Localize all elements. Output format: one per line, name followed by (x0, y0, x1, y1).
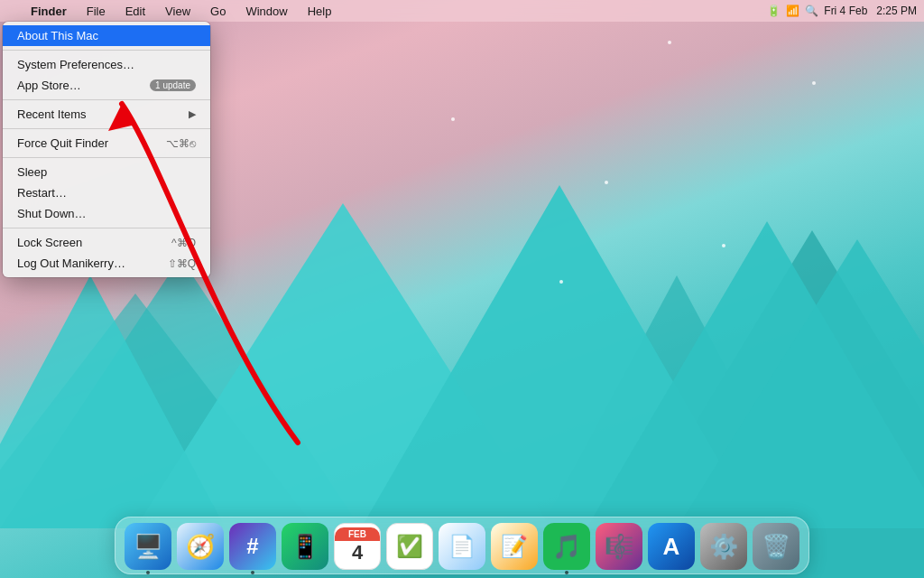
sparkle-dot (722, 244, 725, 247)
pages-icon: 📄 (448, 534, 476, 559)
app-store-label: App Store… (17, 79, 81, 92)
menu-restart[interactable]: Restart… (3, 182, 210, 203)
log-out-shortcut: ⇧⌘Q (168, 257, 196, 270)
music-icon: 🎼 (605, 533, 633, 561)
dock-finder[interactable]: 🖥️ (125, 523, 171, 570)
dock-trash[interactable]: 🗑️ (753, 523, 799, 570)
dock-spotify[interactable]: 🎵 (543, 523, 590, 570)
dock-reminders[interactable]: ✅ (386, 523, 433, 570)
app-store-badge: 1 update (150, 79, 196, 91)
menu-sleep[interactable]: Sleep (3, 162, 210, 182)
reminders-icon: ✅ (396, 534, 423, 559)
datetime-display: Fri 4 Feb 2:25 PM (824, 5, 917, 17)
finder-dot (146, 571, 150, 574)
about-mac-label: About This Mac (17, 29, 98, 42)
notes-icon: 📝 (501, 534, 528, 559)
apple-menu-dropdown: About This Mac System Preferences… App S… (3, 22, 210, 277)
slack-icon: # (246, 534, 258, 559)
menubar: Finder File Edit View Go Window Help 🔋 📶… (0, 0, 924, 22)
desktop: Finder File Edit View Go Window Help 🔋 📶… (0, 0, 924, 578)
menu-about-this-mac[interactable]: About This Mac (3, 25, 210, 46)
submenu-arrow-icon: ▶ (189, 108, 196, 120)
dock: 🖥️ 🧭 # 📱 FEB 4 ✅ 📄 📝 (115, 517, 809, 574)
force-quit-label: Force Quit Finder (17, 136, 108, 150)
menu-divider-1 (3, 50, 210, 51)
menu-shut-down[interactable]: Shut Down… (3, 203, 210, 224)
recent-items-label: Recent Items (17, 107, 87, 121)
lock-screen-label: Lock Screen (17, 236, 82, 249)
menu-edit[interactable]: Edit (122, 3, 149, 20)
trash-icon: 🗑️ (762, 533, 790, 561)
menubar-left: Finder File Edit View Go Window Help (7, 3, 335, 20)
spotify-dot (565, 571, 568, 574)
dock-whatsapp[interactable]: 📱 (282, 523, 328, 570)
wifi-icon: 📶 (786, 5, 799, 17)
sparkle-dot (605, 181, 608, 184)
battery-icon: 🔋 (767, 5, 781, 17)
menu-app-store[interactable]: App Store… 1 update (3, 75, 210, 96)
menu-divider-4 (3, 157, 210, 158)
menu-divider-3 (3, 128, 210, 129)
calendar-day-number: 4 (352, 541, 363, 564)
slack-dot (251, 571, 254, 574)
sparkle-dot (451, 117, 455, 121)
spotify-icon: 🎵 (552, 533, 581, 561)
sparkle-dot (668, 41, 671, 44)
menu-force-quit[interactable]: Force Quit Finder ⌥⌘⎋ (3, 133, 210, 154)
appstore-icon: A (663, 533, 680, 561)
calendar-month-header: FEB (335, 527, 380, 541)
menu-view[interactable]: View (162, 3, 194, 20)
log-out-label: Log Out Manikerry… (17, 256, 125, 270)
menu-log-out[interactable]: Log Out Manikerry… ⇧⌘Q (3, 253, 210, 274)
dock-slack[interactable]: # (229, 523, 276, 570)
whatsapp-icon: 📱 (291, 533, 319, 561)
force-quit-shortcut: ⌥⌘⎋ (166, 137, 196, 150)
sparkle-dot (812, 81, 816, 85)
apple-menu-button[interactable] (7, 9, 14, 13)
sparkle-dot (559, 280, 563, 284)
system-prefs-icon: ⚙️ (709, 533, 738, 561)
dock-appstore[interactable]: A (648, 523, 695, 570)
menu-lock-screen[interactable]: Lock Screen ^⌘Q (3, 232, 210, 253)
finder-face-icon: 🖥️ (134, 533, 162, 561)
dock-notes[interactable]: 📝 (491, 523, 538, 570)
dock-safari[interactable]: 🧭 (177, 523, 224, 570)
dock-calendar[interactable]: FEB 4 (334, 523, 381, 570)
lock-screen-shortcut: ^⌘Q (171, 237, 196, 249)
safari-icon: 🧭 (186, 533, 215, 561)
menubar-right: 🔋 📶 🔍 Fri 4 Feb 2:25 PM (767, 5, 917, 17)
search-icon[interactable]: 🔍 (805, 5, 818, 17)
menu-file[interactable]: File (83, 3, 109, 20)
menu-go[interactable]: Go (207, 3, 229, 20)
menu-window[interactable]: Window (242, 3, 291, 20)
shut-down-label: Shut Down… (17, 207, 87, 220)
dock-system-preferences[interactable]: ⚙️ (700, 523, 747, 570)
sleep-label: Sleep (17, 165, 47, 179)
app-name-menu[interactable]: Finder (27, 3, 70, 20)
system-prefs-label: System Preferences… (17, 58, 134, 71)
dock-pages[interactable]: 📄 (439, 523, 485, 570)
menu-system-preferences[interactable]: System Preferences… (3, 54, 210, 75)
menu-divider-5 (3, 228, 210, 228)
menu-recent-items[interactable]: Recent Items ▶ (3, 104, 210, 125)
menu-help[interactable]: Help (304, 3, 336, 20)
menu-divider-2 (3, 99, 210, 100)
restart-label: Restart… (17, 186, 67, 200)
dock-music[interactable]: 🎼 (596, 523, 642, 570)
